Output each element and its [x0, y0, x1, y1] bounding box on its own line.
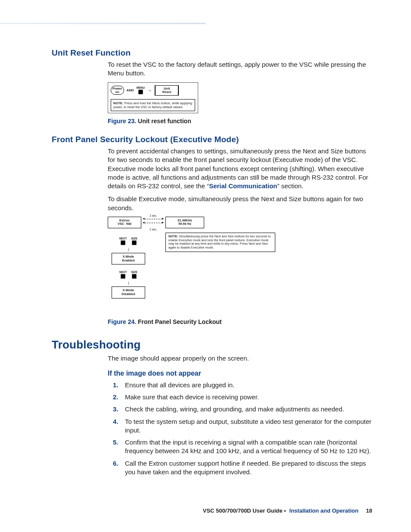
arrow-down-icon: ↓ — [127, 246, 130, 252]
content-column: Unit Reset Function To reset the VSC to … — [52, 48, 372, 480]
serial-communication-link[interactable]: Serial Communication — [209, 182, 277, 190]
fig24-note-text: Simultaneously press the Next and Size b… — [168, 234, 271, 249]
unit-reset-body: To reset the VSC to the factory default … — [108, 60, 372, 78]
fig24-dashed-arrows: 2 sec. 2 sec. — [145, 218, 162, 227]
fig24-buttons-2: NEXT SIZE — [119, 271, 137, 279]
lockout-p2: To disable Executive mode, simultaneousl… — [108, 195, 372, 212]
heading-lockout: Front Panel Security Lockout (Executive … — [52, 135, 372, 144]
fig23-caption-title: Unit reset function — [138, 118, 191, 124]
step-item: Confirm that the input is receiving a si… — [108, 438, 372, 456]
square-icon — [132, 240, 137, 245]
page: Unit Reset Function To reset the VSC to … — [0, 0, 411, 532]
troubleshooting-steps: Ensure that all devices are plugged in. … — [108, 381, 372, 476]
square-icon — [138, 90, 143, 94]
heading-troubleshooting: Troubleshooting — [52, 338, 372, 352]
fig24-caption-title: Front Panel Security Lockout — [138, 318, 221, 325]
fig24-size-button-1: SIZE — [131, 237, 137, 245]
fig24-note-box: NOTE: Simultaneously press the Next and … — [165, 233, 275, 252]
fig24-lcd-left: Extron VSC 500 — [108, 217, 141, 228]
fig23-note-text: Press and hold the Menu button, while ap… — [113, 101, 192, 109]
step-item: Call the Extron customer support hotline… — [108, 459, 372, 477]
fig24-size-label-2: SIZE — [131, 271, 137, 274]
lockout-block: To prevent accidental changes to setting… — [108, 147, 372, 325]
fig23-menu-label: MENU — [137, 86, 145, 89]
heading-unit-reset: Unit Reset Function — [52, 48, 372, 58]
fig23-menu-button: MENU — [137, 86, 145, 94]
step-item: Check the cabling, wiring, and grounding… — [108, 405, 372, 414]
fig24-flow-column: NEXT SIZE ↓ X-Mode Enabled NEXT SIZE ↓ X… — [108, 233, 149, 299]
fig24-caption-num: Figure 24. — [108, 318, 136, 325]
troubleshooting-intro: The image should appear properly on the … — [108, 354, 372, 363]
figure-23: Power on AND MENU → Unit Reset NOTE: Pre… — [108, 82, 198, 114]
fig24-state-enabled: X-Mode Enabled — [112, 253, 145, 264]
lockout-p1: To prevent accidental changes to setting… — [108, 147, 372, 190]
fig23-power-oval: Power on — [111, 86, 124, 95]
fig23-note-box: NOTE: Press and hold the Menu button, wh… — [111, 99, 195, 111]
fig24-buttons-1: NEXT SIZE — [119, 237, 137, 245]
fig24-size-label-1: SIZE — [131, 237, 137, 240]
footer-section: Installation and Operation — [290, 507, 358, 514]
fig23-unit-reset-box: Unit Reset — [155, 85, 179, 96]
fig24-sec-bottom: 2 sec. — [149, 228, 157, 231]
top-rule — [0, 23, 206, 24]
step-item: Make sure that each device is receiving … — [108, 393, 372, 401]
step-item: To test the system setup and output, sub… — [108, 417, 372, 435]
figure-24-caption: Figure 24. Front Panel Security Lockout — [108, 318, 372, 325]
fig24-note-label: NOTE: — [168, 234, 178, 238]
page-footer: VSC 500/700/700D User Guide • Installati… — [203, 507, 372, 514]
figure-23-caption: Figure 23. Unit reset function — [108, 118, 372, 124]
fig24-next-button-2: NEXT — [119, 271, 127, 279]
square-icon — [132, 274, 137, 279]
unit-reset-block: To reset the VSC to the factory default … — [108, 60, 372, 124]
footer-bullet: • — [284, 507, 286, 514]
fig24-next-label-1: NEXT — [119, 237, 127, 240]
fig24-next-label-2: NEXT — [119, 271, 127, 274]
fig24-sec-top: 2 sec. — [149, 214, 157, 217]
square-icon — [121, 240, 125, 245]
lockout-p1-b: ” section. — [277, 182, 304, 190]
figure-24: Extron VSC 500 2 sec. 2 sec. 31.46KHz 59… — [108, 217, 289, 299]
fig24-next-button-1: NEXT — [119, 237, 127, 245]
arrow-down-icon: ↓ — [127, 280, 130, 286]
troubleshooting-block: The image should appear properly on the … — [108, 354, 372, 477]
step-item: Ensure that all devices are plugged in. — [108, 381, 372, 389]
footer-doc-title: VSC 500/700/700D User Guide — [203, 507, 283, 514]
square-icon — [121, 274, 125, 279]
fig23-caption-num: Figure 23. — [108, 118, 136, 124]
troubleshooting-sub: If the image does not appear — [108, 370, 372, 377]
fig24-size-button-2: SIZE — [131, 271, 137, 279]
fig24-state-disabled: X-Mode Disabled — [112, 286, 145, 298]
fig23-note-label: NOTE: — [113, 101, 123, 105]
arrow-right-icon: → — [147, 88, 152, 93]
fig23-and-label: AND — [127, 88, 134, 92]
fig24-lcd-right: 31.46KHz 59.94 Hz — [165, 217, 204, 228]
footer-page-number: 18 — [366, 507, 372, 514]
